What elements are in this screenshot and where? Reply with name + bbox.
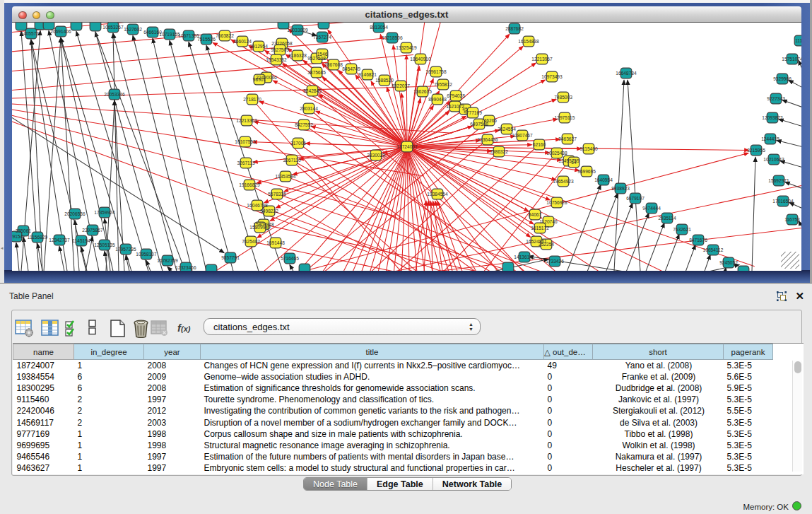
- svg-text:1362615: 1362615: [413, 88, 432, 93]
- svg-text:1117: 1117: [795, 37, 801, 42]
- svg-text:1733426: 1733426: [546, 258, 564, 263]
- svg-text:10958107: 10958107: [136, 251, 157, 256]
- svg-text:3660124: 3660124: [233, 38, 252, 43]
- svg-text:2867608: 2867608: [324, 62, 343, 66]
- svg-text:2887682: 2887682: [505, 25, 524, 30]
- svg-text:2330029: 2330029: [367, 152, 385, 157]
- svg-text:16961758: 16961758: [425, 69, 447, 74]
- svg-text:3875685: 3875685: [307, 69, 326, 74]
- svg-text:2803144: 2803144: [300, 105, 318, 110]
- svg-text:19654923: 19654923: [553, 178, 574, 183]
- svg-text:16046798: 16046798: [247, 202, 268, 207]
- svg-text:116753: 116753: [784, 216, 800, 221]
- svg-text:8938923: 8938923: [611, 185, 630, 190]
- svg-text:23975867: 23975867: [82, 227, 103, 232]
- svg-text:1691448: 1691448: [266, 240, 285, 245]
- svg-text:16154838: 16154838: [518, 38, 539, 43]
- svg-text:98901: 98901: [253, 76, 266, 81]
- svg-text:17359924: 17359924: [94, 209, 115, 214]
- svg-text:9527509: 9527509: [271, 47, 289, 52]
- svg-text:8471676: 8471676: [689, 237, 707, 242]
- svg-text:9115460: 9115460: [579, 146, 598, 151]
- svg-text:10654112: 10654112: [703, 247, 724, 252]
- svg-text:12093872: 12093872: [762, 115, 783, 119]
- svg-text:62160: 62160: [533, 141, 546, 146]
- svg-text:7515526: 7515526: [197, 36, 216, 41]
- svg-text:8186328: 8186328: [288, 52, 307, 57]
- svg-text:15751074: 15751074: [782, 56, 801, 61]
- svg-text:17016504: 17016504: [772, 198, 794, 203]
- svg-text:1615172: 1615172: [531, 225, 549, 230]
- svg-text:19384554: 19384554: [427, 191, 448, 196]
- svg-text:8454749: 8454749: [342, 66, 360, 71]
- svg-text:10107553: 10107553: [235, 139, 256, 144]
- svg-text:7955812: 7955812: [434, 81, 452, 86]
- svg-text:335061: 335061: [16, 228, 31, 233]
- svg-text:13325419: 13325419: [396, 45, 417, 49]
- svg-text:5498222: 5498222: [260, 208, 278, 213]
- svg-text:10756928: 10756928: [546, 199, 567, 204]
- svg-text:9227343: 9227343: [767, 95, 785, 100]
- svg-text:12213967: 12213967: [531, 56, 553, 61]
- svg-text:7357274: 7357274: [313, 34, 331, 39]
- svg-text:10025438: 10025438: [546, 150, 567, 155]
- svg-text:1145194: 1145194: [72, 238, 90, 243]
- svg-text:1546: 1546: [317, 51, 328, 56]
- svg-text:8990448: 8990448: [428, 96, 447, 101]
- svg-text:21364436: 21364436: [477, 136, 498, 141]
- svg-text:9699695: 9699695: [577, 168, 596, 173]
- svg-text:9329966: 9329966: [773, 76, 792, 81]
- svg-text:16543382: 16543382: [266, 57, 287, 62]
- svg-text:64: 64: [571, 159, 577, 164]
- svg-text:15809949: 15809949: [249, 224, 271, 229]
- svg-text:7632621: 7632621: [673, 226, 691, 231]
- svg-text:10807467: 10807467: [512, 132, 533, 137]
- svg-text:23226058: 23226058: [271, 40, 293, 45]
- svg-text:5716465: 5716465: [281, 255, 299, 260]
- svg-text:12342737: 12342737: [49, 237, 70, 242]
- svg-text:18640910: 18640910: [410, 56, 431, 61]
- svg-text:3267110: 3267110: [283, 157, 301, 162]
- svg-text:3912954: 3912954: [249, 43, 268, 48]
- svg-text:6679197: 6679197: [626, 195, 645, 200]
- svg-text:7986322: 7986322: [490, 148, 508, 153]
- svg-text:1244415: 1244415: [761, 136, 779, 141]
- svg-text:16033809: 16033809: [287, 27, 308, 32]
- svg-text:19218506: 19218506: [382, 35, 403, 40]
- svg-text:16648784: 16648784: [616, 70, 637, 75]
- svg-text:1588520: 1588520: [375, 77, 394, 82]
- svg-text:15692971: 15692971: [768, 177, 789, 182]
- svg-text:5578335: 5578335: [268, 191, 286, 196]
- svg-text:9242845: 9242845: [303, 88, 322, 93]
- svg-text:8427552: 8427552: [295, 122, 313, 127]
- svg-text:9463627: 9463627: [558, 136, 577, 141]
- svg-text:10973493: 10973493: [541, 74, 563, 78]
- svg-text:20053346: 20053346: [104, 91, 125, 96]
- svg-text:11353594: 11353594: [276, 173, 296, 178]
- svg-text:252254: 252254: [539, 241, 554, 246]
- svg-text:3624554: 3624554: [498, 126, 516, 131]
- svg-text:9527508: 9527508: [307, 55, 326, 60]
- svg-text:10719155: 10719155: [159, 31, 180, 36]
- svg-text:1120746: 1120746: [539, 218, 558, 223]
- svg-text:16782759: 16782759: [157, 257, 178, 262]
- svg-text:20691406: 20691406: [50, 28, 71, 33]
- svg-text:1640954: 1640954: [594, 177, 613, 182]
- svg-text:7663822: 7663822: [216, 33, 234, 37]
- svg-text:3267113: 3267113: [237, 160, 255, 165]
- svg-text:9777169: 9777169: [464, 110, 482, 115]
- svg-text:39154: 39154: [12, 233, 23, 238]
- svg-text:10653267: 10653267: [102, 24, 124, 29]
- svg-text:6497568: 6497568: [470, 121, 488, 126]
- svg-text:9146821: 9146821: [358, 71, 377, 76]
- svg-text:12323466: 12323466: [175, 264, 196, 269]
- svg-text:8322037: 8322037: [392, 83, 410, 88]
- svg-text:10210643: 10210643: [763, 156, 784, 161]
- svg-text:19166829: 19166829: [239, 182, 260, 187]
- svg-text:12505135: 12505135: [94, 242, 115, 247]
- svg-text:9474444: 9474444: [642, 205, 661, 210]
- svg-text:10671355: 10671355: [178, 33, 199, 37]
- svg-text:18724007: 18724007: [396, 144, 418, 148]
- svg-text:9245052: 9245052: [719, 259, 738, 264]
- svg-text:12213363: 12213363: [236, 117, 257, 122]
